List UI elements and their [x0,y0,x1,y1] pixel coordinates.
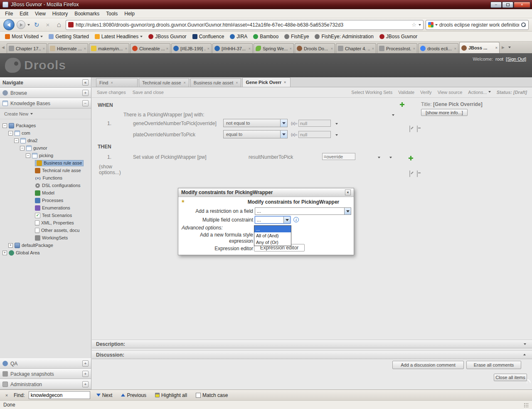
tab-close-icon[interactable]: × [43,47,45,51]
tree-item-functions[interactable]: (x)Functions [0,174,91,182]
tab-close-icon[interactable]: × [454,47,456,51]
search-icon[interactable] [521,22,526,27]
collapse-toggle-icon[interactable]: − [14,138,19,143]
tree-item-xml-properties[interactable]: XML, Properties [0,219,91,227]
expand-toggle-icon[interactable]: + [2,251,7,255]
dropdown-arrow-icon[interactable] [280,131,287,138]
bookmark-getting-started[interactable]: Getting Started [46,33,91,40]
maximize-button[interactable] [502,2,513,8]
find-previous-button[interactable]: Previous [118,391,149,399]
tab-close-icon[interactable]: × [125,47,127,51]
multiple-constraint-dropdown[interactable]: ... [255,216,291,224]
browser-tab[interactable]: Chapter 17...× [7,43,47,53]
remove-icon[interactable] [417,170,418,177]
asset-tab-find[interactable]: Find× [96,78,138,87]
list-all-tabs-button[interactable] [506,42,513,53]
option-item[interactable]: All of (And) [254,232,291,239]
menu-help[interactable]: Help [121,10,138,18]
tab-close-icon[interactable]: × [111,81,113,85]
menu-view[interactable]: View [32,10,49,18]
pattern-menu-icon[interactable] [392,114,394,117]
tree-item-test-scenarios[interactable]: ✓Test Scenarios [0,212,91,219]
collapse-toggle-icon[interactable]: − [8,131,13,136]
option-item[interactable]: ... [254,226,291,232]
tab-close-icon[interactable]: × [184,81,186,85]
select-working-sets-button[interactable]: Select Working Sets [351,90,392,95]
back-button[interactable] [3,19,15,30]
close-findbar-button[interactable]: × [3,392,10,399]
tab-close-icon[interactable]: × [372,47,374,51]
expand-section-icon[interactable]: + [82,360,89,367]
find-next-button[interactable]: Next [94,391,115,399]
tab-close-icon[interactable]: × [331,47,333,51]
browser-tab[interactable]: [#HHH-37...× [212,43,253,53]
forward-button[interactable] [17,20,25,29]
expand-section-icon[interactable]: + [82,381,89,387]
create-new-menu[interactable]: Create New [0,108,91,119]
browser-tab[interactable]: Hibernate ...× [48,43,88,53]
add-condition-button[interactable] [399,102,405,107]
condition-value-input[interactable] [298,120,331,127]
tree-item-model[interactable]: Model [0,189,91,197]
tab-close-icon[interactable]: × [166,47,168,51]
edit-icon[interactable] [409,170,410,177]
search-input[interactable] [439,22,519,28]
expand-section-icon[interactable]: + [82,90,89,96]
sidebar-section-qa[interactable]: QA + [0,358,91,369]
browser-tab-active[interactable]: JBoss ...× [459,42,500,53]
bookmark-jboss-guvnor[interactable]: JBoss Guvnor [146,33,189,40]
browser-tab[interactable]: drools ecli...× [418,43,458,53]
tree-node-global-area[interactable]: +Global Area [0,249,91,256]
collapse-description-icon[interactable] [522,341,528,347]
url-input[interactable] [76,22,409,28]
browser-tab[interactable]: Drools Do...× [295,43,335,53]
asset-tab-gene-pick-override[interactable]: Gene Pick Overr× [242,77,291,87]
bookmark-jira[interactable]: JIRA [227,33,250,40]
tab-close-icon[interactable]: × [207,47,209,51]
browser-tab[interactable]: [#EJB-199] ...× [171,43,212,53]
tree-node-defaultpackage[interactable]: +defaultPackage [0,241,91,249]
url-bar[interactable]: ☆ [66,20,424,30]
close-all-items-button[interactable]: Close all items [494,374,527,381]
browser-tab[interactable]: Cloneable ...× [130,43,170,53]
tree-item-other-assets[interactable]: Other assets, docu [0,227,91,234]
action-value-input[interactable] [322,153,355,160]
menu-edit[interactable]: Edit [16,10,32,18]
condition-value-input[interactable] [298,131,331,138]
sidebar-section-knowledge-bases[interactable]: Knowledge Bases − [0,98,91,108]
tree-node-dna2[interactable]: −dna2 [0,137,91,144]
bookmark-bamboo[interactable]: Bamboo [251,33,281,40]
operator-dropdown[interactable]: equal to [223,130,288,138]
validate-button[interactable]: Validate [398,90,414,95]
refresh-button[interactable]: ↻ [32,20,41,30]
browser-tab[interactable]: makemyin...× [89,43,129,53]
tree-item-business-rule-assets[interactable]: Business rule asse [0,159,91,167]
remove-icon[interactable] [417,126,418,132]
collapse-toggle-icon[interactable]: − [20,146,25,150]
tree-node-com[interactable]: −com [0,129,91,137]
tab-close-icon[interactable]: × [290,47,292,51]
save-and-close-button[interactable]: Save and close [133,90,164,95]
dialog-close-button[interactable]: × [345,190,351,195]
tree-item-technical-rule-assets[interactable]: Technical rule asse [0,167,91,174]
erase-all-comments-button[interactable]: Erase all comments [466,361,521,369]
tree-item-workingsets[interactable]: WorkingSets [0,234,91,241]
bookmark-fisheye[interactable]: FishEye [282,33,311,40]
value-options-icon[interactable] [335,123,338,126]
binding-button[interactable]: (x)= [291,121,298,126]
tab-close-icon[interactable]: × [249,47,251,51]
search-engine-dropdown-icon[interactable] [435,24,438,27]
value-options-icon[interactable] [335,134,338,137]
browser-tab[interactable]: Spring We...× [254,43,294,53]
close-button[interactable]: × [514,2,530,8]
collapse-section-icon[interactable]: − [82,100,89,106]
edit-icon[interactable] [409,126,410,132]
search-box[interactable] [426,20,529,30]
tab-scroll-right-button[interactable]: ▶ [500,42,506,53]
find-input[interactable] [29,391,90,399]
tree-item-processes[interactable]: Processes [0,197,91,204]
discussion-section-header[interactable]: Discussion: [92,350,532,359]
tree-node-packages[interactable]: −Packages [0,122,91,129]
collapse-discussion-icon[interactable] [522,352,528,358]
bookmark-star-icon[interactable]: ☆ [411,22,416,28]
